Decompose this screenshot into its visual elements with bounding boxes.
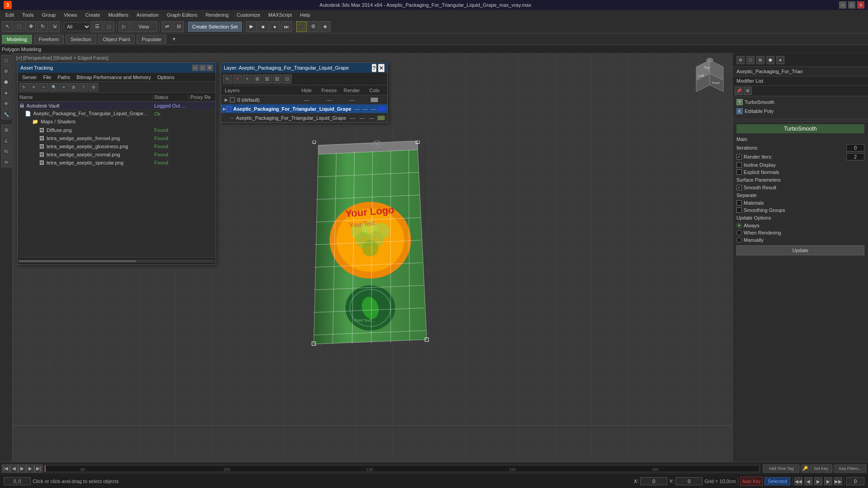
pin-stack-btn[interactable]: 📌 xyxy=(735,87,743,95)
list-item[interactable]: 📁 Maps / Shaders xyxy=(18,118,216,126)
menu-help[interactable]: Help xyxy=(297,11,314,19)
hierarchy-panel-icon[interactable]: ⬢ xyxy=(1,77,11,87)
play-btn[interactable]: ▶ xyxy=(246,21,257,32)
asset-maximize-btn[interactable]: □ xyxy=(199,65,206,71)
percent-snap-icon[interactable]: % xyxy=(1,146,11,156)
asset-reload-btn[interactable]: ↻ xyxy=(19,83,28,91)
layer-select-all-btn[interactable]: ⊡ xyxy=(283,75,292,84)
layer-color-swatch[interactable] xyxy=(363,98,386,102)
add-time-tag-btn[interactable]: Add Time Tag xyxy=(763,465,799,473)
layer-sub-hide[interactable]: — xyxy=(348,115,358,121)
editable-poly-modifier[interactable]: E Editable Poly xyxy=(735,107,866,115)
isoline-display-checkbox[interactable] xyxy=(736,162,742,168)
update-button[interactable]: Update xyxy=(736,245,864,255)
layer-add-btn[interactable]: + xyxy=(243,75,252,84)
goto-end-btn[interactable]: ▶| xyxy=(34,465,42,473)
frame-input[interactable] xyxy=(846,477,864,485)
viewport[interactable]: [+] [Perspective] [Shaded + Edged Faces]… xyxy=(13,53,732,462)
layer-active-hide[interactable]: — xyxy=(353,106,361,112)
smooth-result-checkbox[interactable] xyxy=(736,185,742,190)
display-panel-icon[interactable]: 👁 xyxy=(1,99,11,108)
next-frame-btn[interactable]: ▶ xyxy=(26,465,34,473)
asset-minimize-btn[interactable]: ─ xyxy=(192,65,198,71)
next-frame-btn2[interactable]: ▶ xyxy=(824,477,832,485)
filter-select[interactable]: All xyxy=(64,22,91,31)
layer-question-btn[interactable]: ? xyxy=(372,64,377,72)
next-key-btn[interactable]: ⏭ xyxy=(281,21,292,32)
list-item[interactable]: 🖼 tetra_wedge_aseptic_frensel.png Found xyxy=(18,134,216,142)
menu-animation[interactable]: Animation xyxy=(133,11,162,19)
minimize-button[interactable]: ─ xyxy=(839,1,846,9)
menu-maxscript[interactable]: MAXScript xyxy=(265,11,296,19)
render-iters-checkbox[interactable] xyxy=(736,154,742,160)
table-row[interactable]: ▶ Aseptic_Packaging_For_Triangular_Liqui… xyxy=(221,104,387,113)
table-row[interactable]: ▶ 0 (default) — — — xyxy=(221,95,387,104)
render-btn[interactable]: ⬛ xyxy=(296,21,307,32)
layer-close-btn[interactable]: ✕ xyxy=(378,64,385,72)
auto-key-btn[interactable]: Auto Key xyxy=(740,477,763,486)
asset-close-btn[interactable]: ✕ xyxy=(207,65,213,71)
close-button[interactable]: ✕ xyxy=(857,1,864,9)
mirror-btn[interactable]: ⇌ xyxy=(161,21,172,32)
select-by-name-btn[interactable]: ☰ xyxy=(92,21,103,32)
next-key-btn[interactable]: ▶▶ xyxy=(834,477,842,485)
menu-edit[interactable]: Edit xyxy=(2,11,18,19)
h-scrollbar-track[interactable] xyxy=(19,260,215,263)
select-tool-btn[interactable]: ↖ xyxy=(2,21,13,32)
layer-sub-freeze[interactable]: — xyxy=(357,115,367,121)
rp-icon-2[interactable]: ⬡ xyxy=(746,56,755,64)
asset-menu-file[interactable]: File xyxy=(40,74,54,80)
playhead[interactable] xyxy=(45,465,46,472)
menu-modifiers[interactable]: Modifiers xyxy=(104,11,132,19)
render-preview-btn[interactable]: ▷ xyxy=(118,21,129,32)
render-iters-input[interactable] xyxy=(846,153,864,160)
prev-frame-btn[interactable]: ◀ xyxy=(10,465,18,473)
turbosmooth-modifier[interactable]: T TurboSmooth xyxy=(735,98,866,106)
key-mode-btn[interactable]: 🔑 xyxy=(802,465,809,473)
asset-help-btn[interactable]: ? xyxy=(79,83,88,91)
record-btn[interactable]: ● xyxy=(269,21,280,32)
rp-icon-4[interactable]: ⬢ xyxy=(766,56,774,64)
key-filters-btn[interactable]: Key Filters... xyxy=(835,465,866,473)
snap-toggle-icon[interactable]: ⊞ xyxy=(1,125,11,135)
list-item[interactable]: 🖼 tetra_wedge_aseptic_normal.png Found xyxy=(18,150,216,159)
asset-add-btn[interactable]: + xyxy=(39,83,48,91)
materials-checkbox[interactable] xyxy=(736,200,742,206)
x-coord-input[interactable] xyxy=(640,477,667,485)
create-panel-icon[interactable]: ⬡ xyxy=(1,55,11,65)
navigation-cube[interactable]: Top Left Front xyxy=(692,58,728,94)
rp-icon-5[interactable]: ● xyxy=(776,56,784,64)
manually-radio[interactable] xyxy=(736,237,742,243)
list-item[interactable]: 📄 Aseptic_Packaging_For_Triangular_Liqui… xyxy=(18,110,216,118)
timeline-track[interactable]: 50 100 130 150 180 xyxy=(44,465,760,472)
prev-frame-btn2[interactable]: ◀ xyxy=(804,477,812,485)
tab-populate[interactable]: Populate xyxy=(137,35,166,44)
asset-list-view-btn[interactable]: ≡ xyxy=(59,83,68,91)
layer-active-freeze[interactable]: — xyxy=(361,106,369,112)
layer-sub-render[interactable]: — xyxy=(367,115,376,121)
angle-snap-icon[interactable]: ∠ xyxy=(1,136,11,145)
tab-object-paint[interactable]: Object Paint xyxy=(98,35,135,44)
tab-selection[interactable]: Selection xyxy=(66,35,96,44)
play-btn2[interactable]: ▶ xyxy=(814,477,822,485)
render-setup-btn[interactable]: ⚙ xyxy=(308,21,319,32)
layer-active-render[interactable]: — xyxy=(369,106,377,112)
move-tool-btn[interactable]: ✥ xyxy=(25,21,36,32)
layer-active-color[interactable] xyxy=(377,107,386,111)
set-key-btn[interactable]: Set Key xyxy=(810,465,832,473)
tab-modeling[interactable]: Modeling xyxy=(2,35,32,44)
layer-select-btn[interactable]: ↖ xyxy=(223,75,232,84)
menu-views[interactable]: Views xyxy=(60,11,80,19)
menu-customize[interactable]: Customize xyxy=(233,11,264,19)
table-row[interactable]: — Aseptic_Packaging_For_Triangular_Liqui… xyxy=(221,113,387,122)
modify-panel-icon[interactable]: ⚙ xyxy=(1,66,11,76)
menu-graph-editors[interactable]: Graph Editors xyxy=(163,11,201,19)
create-selection-set-btn[interactable]: Create Selection Set xyxy=(188,22,242,32)
select-region-btn[interactable]: ⬚ xyxy=(14,21,24,32)
layer-render-toggle[interactable]: — xyxy=(340,97,363,103)
rect-select-btn[interactable]: □ xyxy=(104,21,114,32)
y-coord-input[interactable] xyxy=(675,477,703,485)
layer-hide-toggle[interactable]: — xyxy=(295,97,318,103)
menu-group[interactable]: Group xyxy=(38,11,60,19)
iterations-input[interactable] xyxy=(846,144,864,151)
